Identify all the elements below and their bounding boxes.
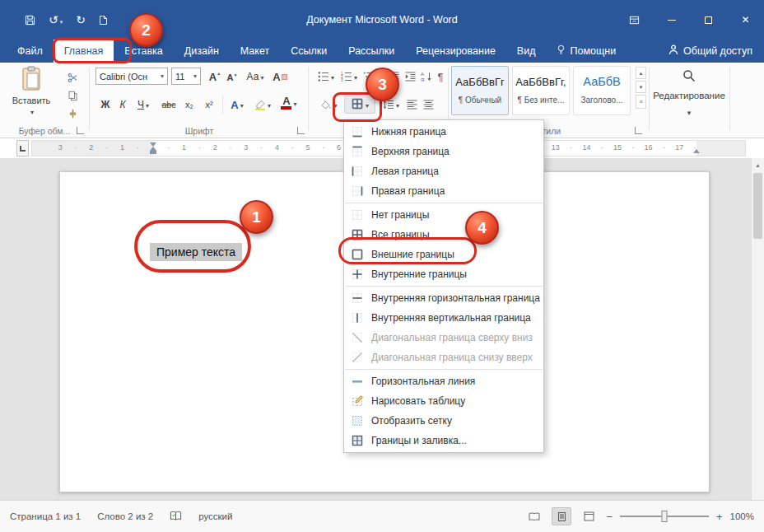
format-painter-button[interactable] bbox=[63, 105, 82, 122]
subscript-button[interactable]: х₂ bbox=[179, 96, 199, 114]
font-dialog-launcher[interactable] bbox=[297, 127, 305, 134]
menu-item-inside-horizontal-border[interactable]: Внутренняя горизонтальная граница bbox=[344, 288, 543, 308]
text-effects-button[interactable]: А bbox=[226, 96, 249, 114]
minimize-icon[interactable] bbox=[653, 0, 690, 40]
menu-item-horizontal-line[interactable]: Горизонтальная линия bbox=[344, 371, 543, 391]
tab-design[interactable]: Дизайн bbox=[174, 40, 230, 63]
menu-item-label: Диагональная граница снизу вверх bbox=[371, 352, 533, 363]
document-icon[interactable] bbox=[99, 15, 108, 26]
ruler-dot: · bbox=[663, 143, 665, 152]
align-left-button[interactable] bbox=[403, 96, 420, 114]
increase-indent-button[interactable] bbox=[402, 68, 418, 86]
clipboard-dialog-launcher[interactable] bbox=[77, 127, 84, 134]
tab-file[interactable]: Файл bbox=[7, 40, 54, 63]
page-indicator[interactable]: Страница 1 из 1 bbox=[10, 511, 81, 521]
zoom-slider[interactable] bbox=[620, 516, 709, 517]
undo-icon[interactable] bbox=[49, 13, 63, 26]
font-name-combo[interactable]: Calibri (Осн bbox=[96, 68, 168, 85]
menu-item-left-border[interactable]: Левая граница bbox=[344, 161, 543, 181]
menu-item-no-border[interactable]: Нет границы bbox=[344, 205, 543, 225]
styles-scroll-up-icon[interactable]: ▴ bbox=[636, 67, 646, 79]
paste-button[interactable]: Вставить bbox=[8, 66, 54, 120]
scrollbar-thumb[interactable] bbox=[753, 173, 762, 239]
style-card-normal[interactable]: АаБбВвГг¶ Обычный bbox=[451, 66, 509, 115]
menu-item-view-gridlines[interactable]: Отобразить сетку bbox=[344, 411, 543, 431]
zoom-slider-thumb[interactable] bbox=[661, 511, 667, 522]
tab-view[interactable]: Вид bbox=[506, 40, 547, 63]
numbering-button[interactable]: 123 bbox=[338, 68, 361, 86]
tab-label: Файл bbox=[17, 45, 43, 57]
zoom-in-button[interactable] bbox=[716, 511, 723, 523]
tab-references[interactable]: Ссылки bbox=[280, 40, 338, 63]
vertical-scrollbar[interactable] bbox=[751, 158, 764, 500]
web-layout-icon[interactable] bbox=[579, 507, 599, 525]
superscript-button[interactable]: х² bbox=[199, 96, 219, 114]
scroll-up-icon[interactable] bbox=[752, 158, 764, 171]
styles-more-icon[interactable]: ≡ bbox=[636, 95, 646, 109]
cut-button[interactable] bbox=[63, 69, 82, 86]
copy-button[interactable] bbox=[63, 87, 82, 104]
menu-item-inside-borders[interactable]: Внутренние границы bbox=[344, 264, 543, 284]
menu-item-bottom-border[interactable]: Нижняя граница bbox=[344, 122, 543, 142]
ruler-number: 14 bbox=[582, 143, 590, 152]
horizontal-line-icon bbox=[350, 375, 365, 388]
right-indent-marker[interactable] bbox=[693, 149, 700, 153]
menu-item-inside-vertical-border[interactable]: Внутренняя вертикальная граница bbox=[344, 308, 543, 328]
menu-item-borders-and-shading[interactable]: Границы и заливка... bbox=[344, 431, 543, 450]
align-center-button[interactable] bbox=[420, 96, 436, 114]
share-button[interactable]: Общий доступ bbox=[668, 40, 752, 63]
maximize-icon[interactable] bbox=[690, 0, 727, 40]
bold-button[interactable]: Ж bbox=[97, 96, 114, 114]
window-title: Документ Microsoft Word - Word bbox=[165, 0, 599, 40]
style-card-heading1[interactable]: АаБбВЗаголово... bbox=[573, 66, 631, 115]
ruler-dot: · bbox=[601, 143, 603, 152]
italic-button[interactable]: К bbox=[115, 96, 130, 114]
menu-item-top-border[interactable]: Верхняя граница bbox=[344, 142, 543, 161]
show-formatting-marks-button[interactable] bbox=[435, 68, 446, 86]
close-icon[interactable] bbox=[727, 0, 764, 40]
styles-scroll-down-icon[interactable]: ▾ bbox=[636, 81, 646, 93]
word-count[interactable]: Слово 2 из 2 bbox=[97, 511, 153, 521]
shrink-font-button[interactable]: А bbox=[224, 68, 240, 86]
clear-formatting-button[interactable]: А bbox=[270, 68, 290, 86]
proofing-book-icon[interactable] bbox=[170, 511, 182, 523]
ribbon-display-options-icon[interactable] bbox=[616, 0, 653, 40]
redo-icon[interactable] bbox=[76, 13, 86, 26]
menu-item-diagonal-down-border: Диагональная граница сверху вниз bbox=[344, 328, 543, 348]
annotation-circle-home-tab bbox=[53, 38, 132, 63]
menu-item-label: Нет границы bbox=[371, 209, 429, 221]
tab-mailings[interactable]: Рассылки bbox=[338, 40, 405, 63]
menu-item-label: Левая граница bbox=[371, 166, 439, 177]
strikethrough-button[interactable]: abc bbox=[158, 96, 179, 114]
grow-font-button[interactable]: А bbox=[206, 68, 224, 86]
bullets-button[interactable] bbox=[314, 68, 338, 86]
group-separator bbox=[649, 68, 650, 130]
font-color-button[interactable]: А bbox=[277, 94, 301, 112]
read-mode-icon[interactable] bbox=[524, 507, 544, 525]
tab-review[interactable]: Рецензирование bbox=[405, 40, 506, 63]
menu-item-right-border[interactable]: Правая граница bbox=[344, 181, 543, 201]
zoom-level[interactable]: 100% bbox=[730, 511, 754, 521]
draw-table-icon bbox=[350, 394, 365, 408]
text-highlight-button[interactable] bbox=[250, 96, 275, 114]
menu-item-draw-table[interactable]: Нарисовать таблицу bbox=[344, 391, 543, 411]
print-layout-icon[interactable] bbox=[552, 507, 571, 525]
tab-assistant[interactable]: Помощни bbox=[546, 40, 627, 63]
tab-layout[interactable]: Макет bbox=[230, 40, 280, 63]
underline-button[interactable]: Ч bbox=[132, 96, 155, 114]
left-indent-marker[interactable] bbox=[150, 151, 156, 154]
zoom-out-button[interactable] bbox=[606, 511, 613, 523]
font-size-combo[interactable]: 11 bbox=[171, 68, 201, 85]
style-preview: АаБбВвГг, bbox=[513, 76, 569, 88]
ruler-number: 2 bbox=[213, 143, 217, 152]
annotation-badge-3: 3 bbox=[366, 68, 399, 101]
sort-button[interactable]: АЯ bbox=[418, 68, 435, 86]
styles-dialog-launcher[interactable] bbox=[635, 127, 642, 134]
style-card-no-spacing[interactable]: АаБбВвГг,¶ Без инте... bbox=[512, 66, 570, 115]
font-name-value: Calibri (Осн bbox=[100, 72, 147, 82]
editing-group[interactable]: Редактирование bbox=[650, 63, 728, 138]
change-case-button[interactable]: Аа bbox=[244, 68, 267, 86]
share-label: Общий доступ bbox=[683, 45, 752, 57]
language-indicator[interactable]: русский bbox=[198, 511, 232, 521]
save-icon[interactable] bbox=[25, 15, 35, 26]
